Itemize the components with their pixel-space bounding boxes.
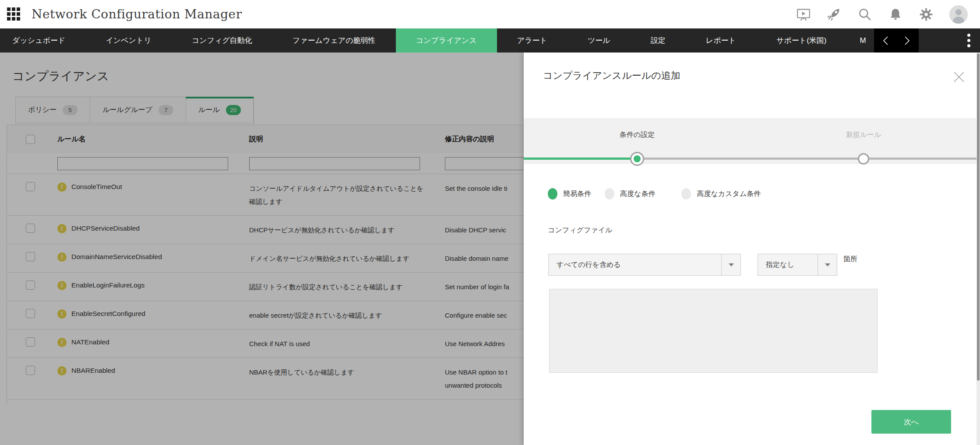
chevron-down-icon bbox=[729, 263, 734, 266]
occurrence-select[interactable]: 指定なし bbox=[758, 254, 837, 276]
condition-type-radios: 簡易条件 高度な条件 高度なカスタム条件 bbox=[548, 188, 761, 200]
radio-advanced-condition-label[interactable]: 高度な条件 bbox=[620, 189, 655, 199]
scrollbar-thumb[interactable] bbox=[977, 53, 980, 381]
user-avatar[interactable] bbox=[949, 5, 968, 24]
nav-item-inventory[interactable]: インベントリ bbox=[85, 28, 171, 53]
app-title: Network Configuration Manager bbox=[32, 7, 242, 21]
close-icon[interactable] bbox=[953, 71, 965, 83]
step-label-conditions: 条件の設定 bbox=[524, 130, 751, 140]
nav-item-reports[interactable]: レポート bbox=[686, 28, 756, 53]
nav-next-icon[interactable] bbox=[901, 34, 913, 47]
content-area: コンプライアンス ポリシー 5 ルールグループ 7 ルール 20 ルール名 説明… bbox=[0, 53, 980, 445]
radio-advanced-custom-condition[interactable] bbox=[681, 188, 691, 200]
nav-prev-icon[interactable] bbox=[880, 34, 892, 47]
step-dot-active bbox=[630, 152, 644, 166]
rocket-icon[interactable] bbox=[827, 7, 842, 22]
nav-item-config-automation[interactable]: コンフィグ自動化 bbox=[172, 28, 272, 53]
nav-item-alerts[interactable]: アラート bbox=[497, 28, 568, 53]
add-compliance-rule-panel: コンプライアンスルールの追加 条件の設定 新規ルール 簡易条件 高度な条件 高度… bbox=[524, 53, 980, 445]
occurrence-suffix-label: 箇所 bbox=[843, 255, 857, 264]
nav-scroll-controls bbox=[874, 28, 919, 53]
nav-item-tools[interactable]: ツール bbox=[568, 28, 631, 53]
radio-advanced-custom-condition-label[interactable]: 高度なカスタム条件 bbox=[697, 189, 761, 199]
demo-screen-icon[interactable] bbox=[796, 7, 811, 22]
panel-title: コンプライアンスルールの追加 bbox=[543, 69, 680, 82]
radio-simple-condition[interactable] bbox=[548, 188, 557, 200]
apps-grid-icon[interactable] bbox=[7, 7, 21, 21]
next-button[interactable]: 次へ bbox=[871, 410, 951, 434]
radio-advanced-condition[interactable] bbox=[605, 188, 614, 200]
top-bar: Network Configuration Manager bbox=[0, 0, 980, 28]
nav-item-compliance[interactable]: コンプライアンス bbox=[396, 28, 497, 53]
nav-overflow-menu-icon[interactable] bbox=[958, 28, 980, 53]
match-type-select[interactable]: すべての行を含める bbox=[548, 254, 741, 276]
main-nav: ダッシュボード インベントリ コンフィグ自動化 ファームウェアの脆弱性 コンプラ… bbox=[0, 28, 980, 53]
chevron-down-icon bbox=[825, 263, 830, 266]
nav-item-settings[interactable]: 設定 bbox=[631, 28, 686, 53]
occurrence-select-value: 指定なし bbox=[758, 260, 818, 270]
config-file-label: コンフィグファイル bbox=[548, 226, 612, 235]
radio-simple-condition-label[interactable]: 簡易条件 bbox=[563, 189, 591, 199]
modal-overlay[interactable] bbox=[0, 53, 524, 445]
stepper-track bbox=[524, 158, 980, 160]
match-type-select-value: すべての行を含める bbox=[549, 260, 721, 270]
nav-item-dashboard[interactable]: ダッシュボード bbox=[0, 28, 85, 53]
step-dot-inactive bbox=[858, 153, 869, 165]
nav-item-truncated[interactable]: M bbox=[847, 28, 874, 53]
condition-pattern-textarea[interactable] bbox=[549, 289, 878, 373]
nav-item-firmware-vulnerability[interactable]: ファームウェアの脆弱性 bbox=[272, 28, 396, 53]
notifications-bell-icon[interactable] bbox=[888, 7, 903, 22]
search-icon[interactable] bbox=[857, 7, 872, 22]
settings-gear-icon[interactable] bbox=[919, 7, 934, 22]
wizard-stepper: 条件の設定 新規ルール bbox=[524, 118, 980, 164]
panel-scrollbar[interactable] bbox=[976, 53, 980, 445]
step-label-new-rule: 新規ルール bbox=[751, 130, 976, 140]
nav-item-support[interactable]: サポート(米国) bbox=[756, 28, 847, 53]
